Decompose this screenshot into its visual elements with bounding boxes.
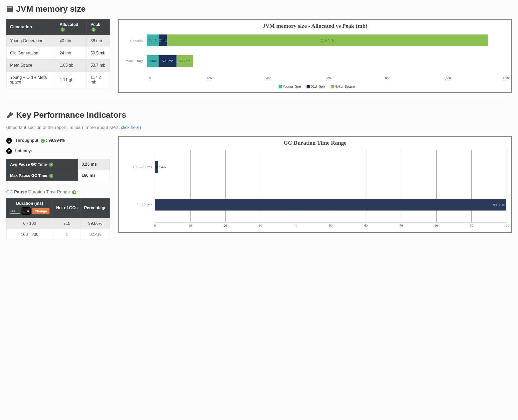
table-row: 0 - 100 715 99.86% (6, 218, 110, 229)
gc-chart-axis: 0 10 20 30 40 50 60 70 80 90 100 (155, 222, 507, 229)
badge-2: 2 (6, 148, 12, 154)
help-icon[interactable]: ? (91, 27, 96, 32)
chart-seg-value: 53.7mb (179, 59, 190, 63)
badge-1: 1 (6, 138, 12, 144)
gc-chart-row-label: 0 - 100ms (137, 203, 152, 207)
gc-chart-row-label: 100 - 200ms (133, 165, 152, 169)
pause-max-label: Max Pause GC Time ? (6, 170, 78, 181)
memory-table-header-generation: Generation (6, 19, 56, 35)
gc-chart-bar-value: 0.14% (156, 165, 166, 169)
duration-table-header-duration: Duration (ms) m▴▾ Change (6, 198, 53, 218)
section-title-kpi: Key Performance Indicators (6, 110, 512, 120)
svg-rect-2 (7, 10, 13, 11)
kpi-note: (Important section of the report. To lea… (6, 125, 512, 130)
chart-seg-value: 24mb (159, 38, 167, 42)
section-title-memory: JVM memory size (6, 4, 512, 14)
gc-chart-title: GC Duration Time Range (123, 139, 507, 146)
memory-chart-legend: Young Gen Old Gen Meta Space (123, 85, 507, 89)
legend-swatch-meta (331, 85, 334, 88)
memory-chart-row-peak: peak usage 38mb 59.5mb 53.7mb (123, 55, 507, 67)
stack-icon (6, 5, 13, 13)
help-icon[interactable]: ? (49, 174, 53, 178)
help-icon[interactable]: ? (41, 139, 45, 143)
kpi-latency: 2 Latency: (6, 148, 110, 154)
change-button[interactable]: Change (32, 208, 50, 214)
gc-duration-chart: GC Duration Time Range 100 - 200ms 0.14%… (118, 136, 512, 233)
chart-row-label: allocated (123, 38, 147, 43)
duration-unit-select[interactable]: m▴▾ (22, 207, 31, 215)
pause-table: Avg Pause GC Time ? 3.25 ms Max Pause GC… (6, 159, 110, 181)
svg-rect-1 (7, 8, 13, 10)
table-row: Young + Old + Meta space 1.11 gb 117.2 m… (6, 72, 110, 88)
wrench-icon (6, 111, 13, 119)
kpi-learn-more-link[interactable]: click here (121, 125, 140, 130)
chart-row-label: peak usage (123, 59, 147, 63)
help-icon[interactable]: ? (61, 27, 65, 32)
memory-table: Generation Allocated ? Peak ? Young Gene… (6, 19, 110, 88)
chart-seg-value: 59.5mb (162, 59, 173, 63)
pause-avg-label: Avg Pause GC Time ? (6, 159, 78, 170)
chart-seg-value: 40mb (149, 38, 157, 42)
legend-swatch-young (279, 85, 282, 88)
pause-max-value: 160 ms (78, 170, 110, 181)
duration-table: Duration (ms) m▴▾ Change No. of GCs Perc… (6, 198, 110, 240)
chart-seg-value: 1,074mb (321, 38, 334, 42)
section-title-memory-text: JVM memory size (16, 4, 86, 14)
gc-chart-plot: 100 - 200ms 0.14% 0 - 100ms 99.86% (155, 150, 507, 222)
chart-seg-value: 38mb (148, 59, 157, 63)
kpi-throughput: 1 Throughput ? : 99.994% (6, 138, 110, 144)
memory-chart-title: JVM memory size - Allocated vs Peak (mb) (123, 23, 507, 29)
help-icon[interactable]: ? (49, 163, 53, 167)
memory-chart-row-allocated: allocated 40mb 24mb 1,074mb (123, 34, 507, 46)
duration-range-label: GC Pause Duration Time Range ?: (6, 190, 110, 195)
duration-input[interactable] (10, 209, 20, 214)
duration-table-header-pct: Percentage (81, 198, 110, 218)
table-row: Young Generation 40 mb 38 mb (6, 35, 110, 47)
memory-table-header-allocated: Allocated ? (56, 19, 87, 35)
memory-chart-axis: 0 200 400 600 800 1,000 1,200 (150, 76, 507, 82)
section-title-kpi-text: Key Performance Indicators (16, 110, 126, 120)
table-row: 100 - 200 1 0.14% (6, 229, 110, 240)
memory-chart: JVM memory size - Allocated vs Peak (mb)… (118, 19, 512, 93)
legend-swatch-old (307, 85, 310, 88)
gc-chart-bar-value: 99.86% (493, 203, 505, 207)
table-row: Old Generation 24 mb 59.5 mb (6, 47, 110, 59)
svg-rect-0 (7, 6, 13, 8)
pause-avg-value: 3.25 ms (78, 159, 110, 170)
section-divider (6, 103, 512, 103)
duration-table-header-count: No. of GCs (53, 198, 81, 218)
table-row: Meta Space 1.05 gb 53.7 mb (6, 59, 110, 72)
memory-table-header-peak: Peak ? (87, 19, 110, 35)
help-icon[interactable]: ? (72, 190, 76, 194)
